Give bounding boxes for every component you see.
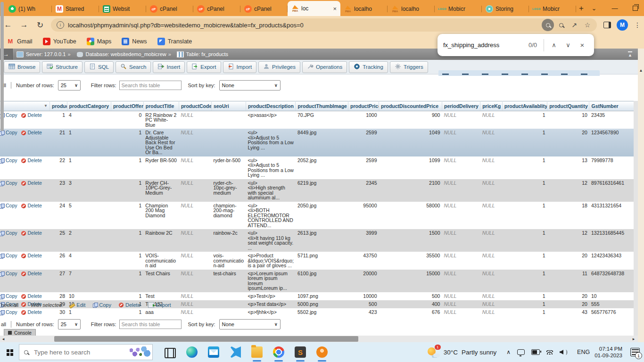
zoom-icon[interactable]: [554, 19, 568, 31]
pma-tab-insert[interactable]: Insert: [153, 61, 185, 73]
vscode-icon[interactable]: [230, 346, 241, 358]
bookmark-youtube[interactable]: YouTube: [43, 38, 76, 45]
check-all-label-cut[interactable]: heck all: [1, 302, 18, 308]
browser-tab[interactable]: PMAlocalho: [388, 2, 435, 16]
copy-selected-link[interactable]: Copy: [93, 302, 111, 308]
tab-search-chevron-icon[interactable]: ⌄: [584, 0, 604, 16]
column-header[interactable]: GstNumber: [589, 101, 636, 111]
pma-tab-sql[interactable]: SQL: [84, 61, 114, 73]
console-button[interactable]: Console: [4, 329, 36, 336]
browser-tab[interactable]: cPcPanel: [146, 2, 193, 16]
taskbar-search-input[interactable]: [33, 348, 110, 356]
edit-selected-link[interactable]: Edit: [69, 302, 85, 308]
column-header[interactable]: productCategory: [67, 101, 111, 111]
pma-tab-privileges[interactable]: Privileges: [258, 61, 300, 73]
side-panel-icon[interactable]: [601, 19, 614, 31]
column-header[interactable]: productThumbImage: [296, 101, 348, 111]
bookmark-maps[interactable]: Maps: [87, 38, 112, 45]
pma-tab-export[interactable]: Export: [187, 61, 221, 73]
delete-row-link[interactable]: Delete: [28, 203, 42, 208]
tab-close-icon[interactable]: ×: [333, 5, 337, 12]
column-header[interactable]: productPrice: [348, 101, 379, 111]
delete-row-link[interactable]: Delete: [28, 180, 42, 186]
find-close-icon[interactable]: ×: [575, 38, 589, 52]
pma-tab-browse[interactable]: Browse: [4, 61, 40, 73]
site-info-icon[interactable]: i: [57, 21, 64, 29]
column-header[interactable]: productDescription: [246, 101, 296, 111]
chrome-icon[interactable]: [273, 346, 284, 358]
hidden-icons-chevron-icon[interactable]: ∧: [506, 349, 511, 355]
bookmark-news[interactable]: News: [122, 38, 147, 45]
browser-tab[interactable]: Websit: [99, 2, 146, 16]
scroll-left-arrow-icon[interactable]: ◂: [0, 336, 7, 342]
column-header[interactable]: priceKg: [480, 101, 503, 111]
delete-row-link[interactable]: Delete: [28, 130, 42, 135]
pma-tab-triggers[interactable]: Triggers: [390, 61, 428, 73]
wifi-icon[interactable]: [546, 350, 553, 354]
copy-row-link[interactable]: Copy: [6, 130, 17, 135]
taskbar-search[interactable]: [19, 344, 153, 360]
pma-tab-search[interactable]: Search: [116, 61, 151, 73]
copy-row-link[interactable]: Copy: [6, 203, 17, 208]
share-icon[interactable]: ↗: [568, 19, 581, 31]
new-tab-button[interactable]: +: [579, 2, 584, 15]
breadcrumb-table[interactable]: Table: fx_products: [186, 51, 228, 57]
volume-icon[interactable]: [560, 350, 569, 355]
browser-tab[interactable]: PMAloc×: [288, 1, 340, 16]
filter-input[interactable]: [119, 320, 182, 329]
copy-row-link[interactable]: Copy: [6, 180, 17, 186]
bookmark-gmail[interactable]: MGmail: [7, 38, 33, 45]
language-indicator[interactable]: ENG: [577, 349, 590, 355]
cast-icon[interactable]: [517, 349, 525, 355]
copy-row-link[interactable]: Copy: [6, 112, 17, 118]
bookmark-star-icon[interactable]: ☆: [581, 19, 594, 31]
scroll-up-arrow-icon[interactable]: ▲: [638, 66, 644, 74]
explorer-icon[interactable]: [251, 346, 263, 358]
column-header[interactable]: periodDelivery: [442, 101, 480, 111]
column-header[interactable]: productAvailablity: [502, 101, 547, 111]
sort-options-arrow-icon[interactable]: ▼: [44, 104, 48, 109]
delete-row-link[interactable]: Delete: [28, 230, 42, 236]
browser-tab[interactable]: cPcPanel: [240, 2, 288, 16]
minimize-button[interactable]: —: [604, 0, 625, 16]
browser-tab[interactable]: LOGOMobicr: [529, 2, 576, 16]
breadcrumb-server[interactable]: Server: 127.0.0.1: [26, 51, 66, 57]
column-header[interactable]: productTitle: [143, 101, 179, 111]
copy-row-link[interactable]: Copy: [6, 230, 17, 236]
find-previous-icon[interactable]: ∧: [547, 38, 561, 52]
delete-row-link[interactable]: Delete: [28, 271, 42, 276]
copy-row-link[interactable]: Copy: [6, 253, 17, 258]
rows-per-page-select[interactable]: 25∨: [58, 80, 81, 90]
forward-button[interactable]: →: [16, 18, 32, 32]
column-header[interactable]: productID: [50, 101, 67, 111]
rows-per-page-select[interactable]: 25∨: [58, 319, 81, 329]
find-next-icon[interactable]: ∨: [561, 38, 575, 52]
reload-button[interactable]: ↻: [32, 18, 48, 32]
browser-tab[interactable]: MStarred: [52, 2, 99, 16]
browser-tab[interactable]: (1) Wh: [5, 2, 52, 16]
show-all-label-cut[interactable]: all: [1, 321, 6, 327]
find-in-page-active-icon[interactable]: [542, 19, 554, 31]
address-bar[interactable]: i localhost/phpmyadmin/sql.php?db=websit…: [51, 18, 597, 32]
pma-tab-import[interactable]: Import: [223, 61, 257, 73]
breadcrumb-database[interactable]: Database: websitedemo_mobicrew: [86, 51, 166, 57]
mail-icon[interactable]: [208, 346, 219, 358]
search-highlight-flowers-image[interactable]: [129, 346, 150, 358]
find-input[interactable]: [442, 41, 515, 49]
delete-row-link[interactable]: Delete: [28, 253, 42, 258]
pma-tab-tracking[interactable]: Tracking: [349, 61, 388, 73]
edge-icon[interactable]: [186, 346, 198, 358]
delete-row-link[interactable]: Delete: [28, 293, 42, 299]
copy-row-link[interactable]: Copy: [6, 271, 17, 276]
column-header[interactable]: productDiscountedPrice: [379, 101, 442, 111]
pma-tab-operations[interactable]: Operations: [302, 61, 347, 73]
sublime-icon[interactable]: S: [295, 346, 306, 358]
browser-menu-icon[interactable]: ⋮: [631, 19, 644, 31]
browser-tab[interactable]: PMAlocalho: [340, 2, 388, 16]
column-header[interactable]: productQuantity: [547, 101, 589, 111]
vertical-scrollbar[interactable]: ▲: [638, 49, 644, 342]
start-button[interactable]: [0, 342, 19, 362]
profile-avatar[interactable]: M: [617, 19, 628, 31]
sort-key-select[interactable]: None∨: [219, 80, 281, 90]
copy-row-link[interactable]: Copy: [6, 157, 17, 163]
